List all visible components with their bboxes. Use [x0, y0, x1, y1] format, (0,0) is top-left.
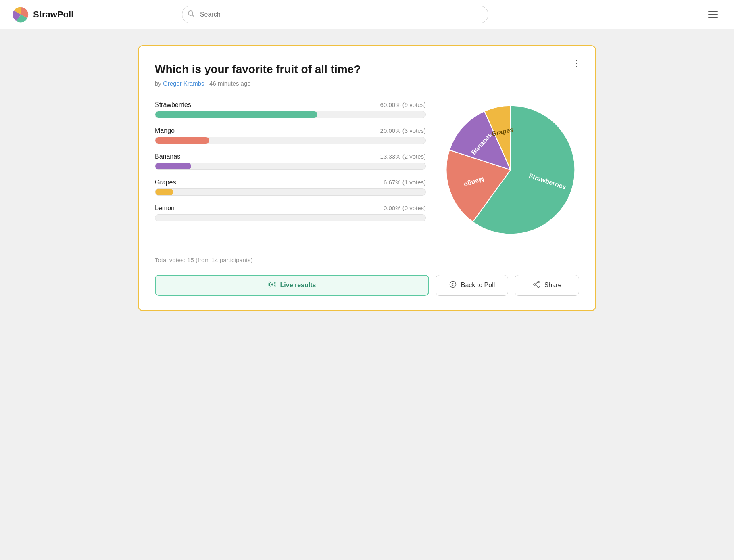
pie-chart: StrawberriesMangoBananasGrapes [442, 101, 579, 238]
logo-icon [13, 6, 29, 23]
bar-track [155, 137, 426, 144]
svg-line-8 [535, 283, 538, 284]
result-item: Bananas 13.33% (2 votes) [155, 153, 426, 170]
back-to-poll-label: Back to Poll [461, 282, 495, 289]
poll-meta: by Gregor Krambs · 46 minutes ago [155, 80, 579, 87]
svg-line-2 [192, 15, 194, 17]
result-label: Mango [155, 127, 175, 134]
hamburger-line-3 [708, 17, 718, 18]
svg-point-4 [450, 282, 456, 288]
header: StrawPoll [0, 0, 734, 29]
poll-options-menu-button[interactable]: ⋮ [569, 57, 584, 69]
bar-fill [155, 137, 209, 144]
live-results-icon [268, 280, 276, 290]
result-label: Grapes [155, 179, 176, 186]
result-percent: 13.33% (2 votes) [380, 153, 426, 160]
result-percent: 60.00% (9 votes) [380, 101, 426, 108]
share-icon [532, 280, 540, 290]
poll-title: Which is your favorite fruit of all time… [155, 62, 579, 77]
result-label: Lemon [155, 205, 175, 212]
bar-fill [155, 163, 191, 169]
bar-track [155, 163, 426, 170]
back-icon [449, 280, 457, 290]
search-input[interactable] [182, 6, 488, 23]
results-chart-row: Strawberries 60.00% (9 votes) Mango 20.0… [155, 101, 579, 240]
bar-fill [155, 189, 173, 195]
result-percent: 6.67% (1 votes) [384, 179, 426, 186]
logo-text: StrawPoll [33, 9, 73, 20]
bar-track [155, 214, 426, 221]
hamburger-line-1 [708, 11, 718, 12]
result-item: Strawberries 60.00% (9 votes) [155, 101, 426, 118]
divider [155, 250, 579, 250]
result-label: Strawberries [155, 101, 191, 109]
share-label: Share [544, 282, 562, 289]
poll-card: ⋮ Which is your favorite fruit of all ti… [138, 45, 596, 311]
hamburger-menu[interactable] [705, 8, 721, 21]
time-ago: 46 minutes ago [209, 80, 251, 87]
result-item: Lemon 0.00% (0 votes) [155, 205, 426, 221]
back-to-poll-button[interactable]: Back to Poll [436, 275, 508, 296]
search-bar [182, 6, 488, 23]
result-percent: 20.00% (3 votes) [380, 127, 426, 134]
logo-area: StrawPoll [13, 6, 73, 23]
action-buttons: Live results Back to Poll [155, 275, 579, 296]
hamburger-line-2 [708, 14, 718, 15]
bar-track [155, 188, 426, 196]
result-item: Mango 20.00% (3 votes) [155, 127, 426, 144]
author-link[interactable]: Gregor Krambs [163, 80, 204, 87]
result-percent: 0.00% (0 votes) [384, 205, 426, 211]
total-votes: Total votes: 15 (from 14 participants) [155, 257, 579, 263]
live-results-label: Live results [280, 282, 316, 289]
result-label: Bananas [155, 153, 180, 160]
live-results-button[interactable]: Live results [155, 275, 429, 296]
svg-point-3 [271, 284, 273, 286]
share-button[interactable]: Share [515, 275, 579, 296]
chart-area: StrawberriesMangoBananasGrapes [442, 101, 579, 240]
bar-fill [155, 111, 317, 118]
svg-line-9 [535, 285, 538, 286]
result-item: Grapes 6.67% (1 votes) [155, 179, 426, 196]
bar-track [155, 111, 426, 118]
main-content: ⋮ Which is your favorite fruit of all ti… [125, 29, 609, 327]
results-list: Strawberries 60.00% (9 votes) Mango 20.0… [155, 101, 426, 230]
search-icon [188, 10, 195, 19]
